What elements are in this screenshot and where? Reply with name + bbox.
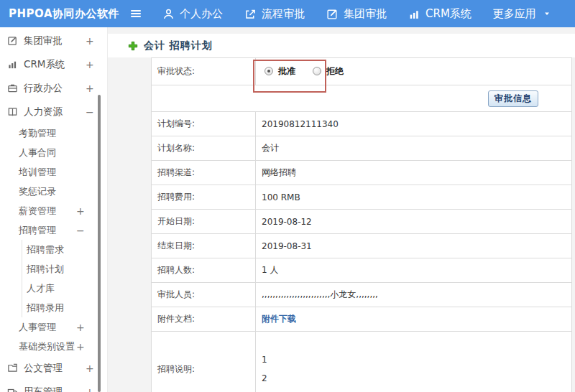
field-value: 100 RMB <box>256 185 572 210</box>
caret-down-icon <box>541 9 551 18</box>
table-row: 招聘费用: 100 RMB <box>152 185 572 210</box>
hamburger-icon[interactable] <box>129 7 142 20</box>
expand-toggle-icon[interactable]: + <box>86 83 94 94</box>
radio-option[interactable]: 批准 <box>264 65 295 78</box>
approval-info-button[interactable]: 审批信息 <box>488 90 538 107</box>
sidebar-item[interactable]: 集团审批 + <box>0 29 107 52</box>
folder-doc-icon <box>7 363 18 373</box>
field-value: 会计 <box>256 136 572 161</box>
approval-info-cell: 审批信息 <box>152 85 572 112</box>
table-row: 计划名称: 会计 <box>152 136 572 161</box>
bar-chart-icon <box>408 8 420 20</box>
field-label: 审批人员: <box>152 283 256 307</box>
table-row: 招聘渠道: 网络招聘 <box>152 161 572 185</box>
topnav-item[interactable]: 个人办公 <box>162 7 223 21</box>
expand-toggle-icon[interactable]: + <box>86 386 94 392</box>
topnav-item[interactable]: 集团审批 <box>326 7 387 21</box>
topnav-item-label: 更多应用 <box>493 7 536 21</box>
table-row: 招聘说明: 1 2 <box>152 332 572 392</box>
radio-option-label: 批准 <box>278 65 295 78</box>
topnav-item-label: CRM系统 <box>426 7 472 21</box>
field-label: 计划编号: <box>152 112 256 136</box>
briefcase-icon <box>7 83 18 93</box>
expand-toggle-icon[interactable]: + <box>76 341 85 353</box>
sidebar-item-label: CRM系统 <box>24 58 65 71</box>
expand-toggle-icon[interactable]: + <box>76 205 85 217</box>
sidebar-item[interactable]: 招聘需求 <box>0 240 107 259</box>
sidebar-item-label: 用车管理 <box>24 386 63 392</box>
sidebar-item-label: 公文管理 <box>24 362 63 375</box>
approval-status-label: 审批状态: <box>152 58 256 85</box>
expand-toggle-icon[interactable]: − <box>76 225 85 236</box>
sidebar-item[interactable]: 人事管理 + <box>0 317 107 337</box>
field-value-text: 1 人 <box>262 265 278 275</box>
book-icon <box>7 106 18 117</box>
topnav-item-label: 集团审批 <box>344 7 387 21</box>
sidebar-item[interactable]: 人事合同 <box>0 143 107 162</box>
sidebar-item[interactable]: 奖惩记录 <box>0 182 107 201</box>
topnav-item[interactable]: 更多应用 <box>493 7 551 21</box>
field-value: 20190812111340 <box>256 112 572 136</box>
sidebar-item[interactable]: 考勤管理 <box>0 123 107 143</box>
field-label: 计划名称: <box>152 136 256 161</box>
sidebar-item[interactable]: 用车管理 + <box>0 380 107 392</box>
expand-toggle-icon[interactable]: + <box>86 35 94 47</box>
sidebar-item-label: 招聘需求 <box>27 243 64 256</box>
topnav-item-label: 个人办公 <box>180 7 223 21</box>
sidebar: 集团审批 + CRM系统 + 行政办公 + 人力资源 − 考勤管理 人事合同 培… <box>0 27 108 392</box>
sidebar-item[interactable]: 招聘管理 − <box>0 220 107 240</box>
field-label: 招聘说明: <box>152 332 256 392</box>
field-value-text: ,,,,,,,,,,,,,,,,,,,,,,,,,小龙女,,,,,,,, <box>262 289 378 299</box>
field-label: 结束日期: <box>152 234 256 258</box>
field-label: 招聘费用: <box>152 185 256 210</box>
table-row: 结束日期: 2019-08-31 <box>152 234 572 258</box>
expand-toggle-icon[interactable]: − <box>86 106 94 118</box>
sidebar-item-label: 行政办公 <box>24 82 63 95</box>
sidebar-item[interactable]: 培训管理 <box>0 162 107 182</box>
field-value: 1 2 <box>256 332 572 392</box>
flow-icon <box>244 8 257 20</box>
field-label: 招聘人数: <box>152 258 256 283</box>
field-value-text: 会计 <box>262 143 279 153</box>
sidebar-item[interactable]: 薪资管理 + <box>0 201 107 220</box>
expand-toggle-icon[interactable]: + <box>76 322 85 333</box>
radio-button-icon[interactable] <box>264 67 273 75</box>
topbar: PHPOA协同办公软件 个人办公 流程审批 集团审批 CRM系统 更多应用 <box>0 0 575 27</box>
table-row: 招聘人数: 1 人 <box>152 258 572 283</box>
sidebar-item-label: 招聘管理 <box>19 224 56 237</box>
attachment-download-link[interactable]: 附件下载 <box>262 314 296 324</box>
page-title: 会计 招聘计划 <box>144 39 213 52</box>
field-label: 招聘渠道: <box>152 161 256 185</box>
sidebar-item[interactable]: CRM系统 + <box>0 52 107 76</box>
expand-toggle-icon[interactable]: + <box>86 59 94 70</box>
sidebar-item[interactable]: 公文管理 + <box>0 356 107 380</box>
field-value: 2019-08-12 <box>256 210 572 234</box>
sidebar-item-label: 人才库 <box>27 282 55 295</box>
topnav: 个人办公 流程审批 集团审批 CRM系统 更多应用 <box>162 7 573 21</box>
page-header: 会计 招聘计划 <box>108 34 575 57</box>
field-value: 1 人 <box>256 258 572 283</box>
sidebar-menu: 集团审批 + CRM系统 + 行政办公 + 人力资源 − 考勤管理 人事合同 培… <box>0 29 107 392</box>
radio-button-icon[interactable] <box>313 67 321 75</box>
sidebar-item[interactable]: 招聘录用 <box>0 298 107 317</box>
expand-toggle-icon[interactable]: + <box>86 363 94 374</box>
topnav-item[interactable]: 流程审批 <box>244 7 305 21</box>
sidebar-item[interactable]: 人才库 <box>0 279 107 298</box>
radio-option[interactable]: 拒绝 <box>313 65 344 78</box>
sidebar-scrollbar[interactable] <box>98 95 101 392</box>
topnav-item-label: 流程审批 <box>262 7 305 21</box>
sidebar-item[interactable]: 人力资源 − <box>0 100 107 123</box>
topnav-item[interactable]: CRM系统 <box>408 7 472 21</box>
table-row: 附件文档: 附件下载 <box>152 307 572 332</box>
sidebar-item[interactable]: 基础类别设置 + <box>0 337 107 356</box>
sidebar-item[interactable]: 行政办公 + <box>0 76 107 100</box>
sidebar-item-label: 考勤管理 <box>19 127 56 140</box>
field-value: 附件下载 <box>256 307 572 332</box>
edit-square-icon <box>7 35 18 46</box>
sidebar-item[interactable]: 招聘计划 <box>0 259 107 279</box>
field-label: 开始日期: <box>152 210 256 234</box>
field-value: 2019-08-31 <box>256 234 572 258</box>
field-value-text: 20190812111340 <box>262 119 339 129</box>
approval-status-row: 审批状态: 批准 拒绝 <box>152 58 572 85</box>
main-layout: 集团审批 + CRM系统 + 行政办公 + 人力资源 − 考勤管理 人事合同 培… <box>0 27 575 392</box>
